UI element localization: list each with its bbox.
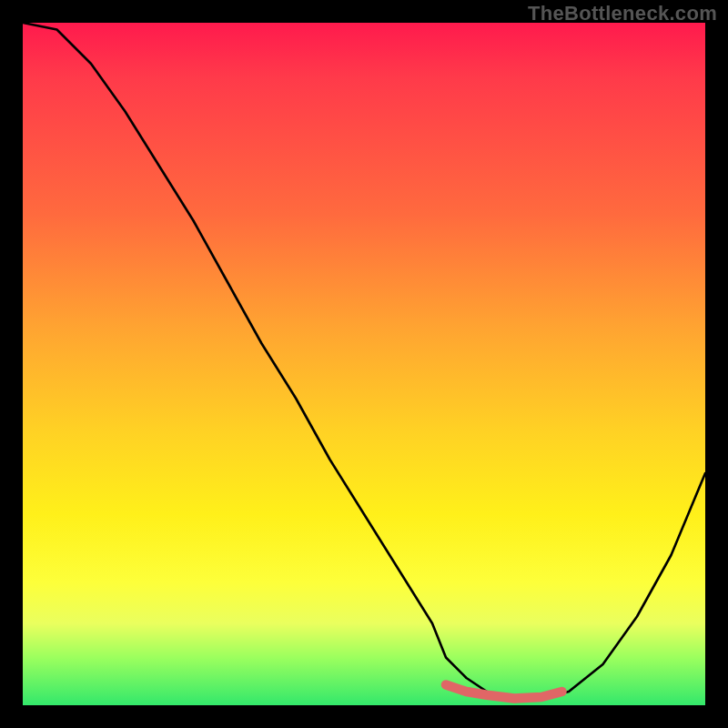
highlight-segment <box>446 685 562 699</box>
plot-area <box>23 23 705 705</box>
curve-line <box>23 23 705 699</box>
bottleneck-curve <box>23 23 705 705</box>
chart-frame: TheBottleneck.com <box>0 0 728 728</box>
